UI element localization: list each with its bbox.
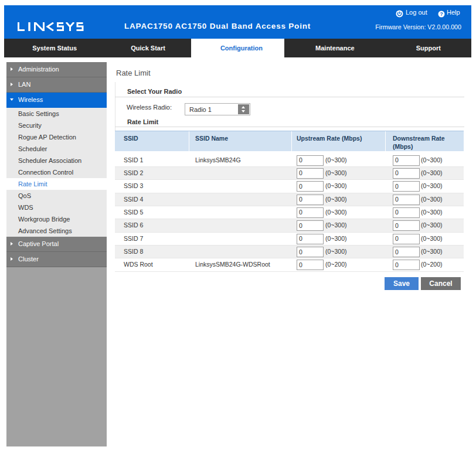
svg-text:?: ? (440, 11, 443, 17)
